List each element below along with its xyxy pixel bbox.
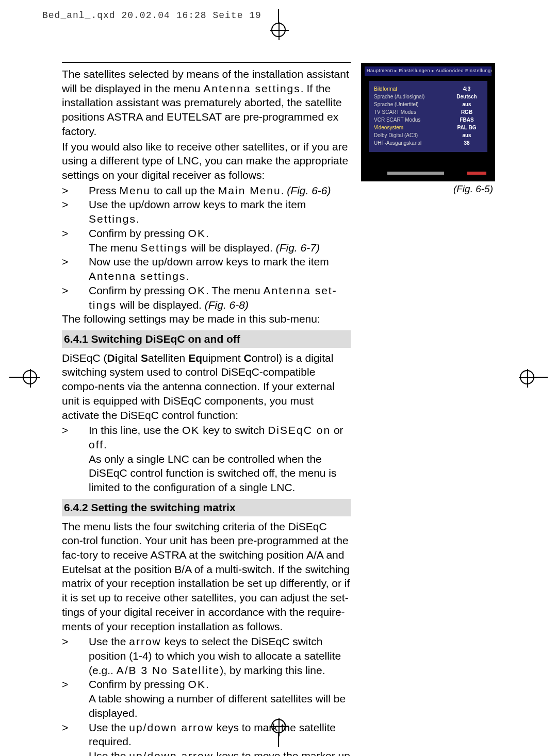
intro-paragraph-1: The satellites selected by means of the … (62, 67, 351, 139)
list-item: > Confirm by pressing OK.A table showing… (62, 677, 351, 720)
list-item: > Now use the up/down arrow keys to mark… (62, 255, 351, 283)
list-item: > Use the arrow keys to select the DiSEq… (62, 634, 351, 677)
list-6-4-2: > Use the arrow keys to select the DiSEq… (62, 634, 351, 756)
paragraph-6-4-2: The menu lists the four switching criter… (62, 519, 351, 634)
osd-row: TV SCART ModusRGB (374, 108, 482, 116)
osd-screenshot: Hauptmenü ▸ Einstellungen ▸ Audio/Video … (361, 63, 495, 181)
heading-6-4-1: 6.4.1 Switching DiSEqC on and off (62, 330, 351, 348)
main-text-column: The satellites selected by means of the … (62, 62, 351, 756)
osd-titlebar: Hauptmenü ▸ Einstellungen ▸ Audio/Video … (365, 66, 492, 76)
outro-1: The following settings may be made in th… (62, 312, 351, 326)
intro-paragraph-2: If you would also like to receive other … (62, 140, 351, 182)
print-header: Bed_anl_.qxd 20.02.04 16:28 Seite 19 (42, 10, 261, 21)
list-item: > Use the up/down arrow keys to mark the… (62, 720, 351, 756)
cropmark-top-icon (271, 9, 286, 40)
osd-row: Bildformat4:3 (374, 85, 482, 93)
list-item: > Use the up/down arrow keys to mark the… (62, 197, 351, 226)
list-item: > Confirm by pressing OK. The menu Anten… (62, 283, 351, 312)
osd-row: Sprache (Untertitel)aus (374, 100, 482, 108)
list-item: > Press Menu to call up the Main Menu. (… (62, 183, 351, 198)
osd-row: UHF-Ausgangskanal38 (374, 139, 482, 147)
list-6-4-1: > In this line, use the OK key to switch… (62, 423, 351, 495)
osd-panel: Bildformat4:3 Sprache (Audiosignal)Deuts… (369, 81, 487, 152)
cropmark-left-icon (9, 370, 40, 384)
osd-row: Dolby Digital (AC3)aus (374, 131, 482, 139)
step-list: > Press Menu to call up the Main Menu. (… (62, 183, 351, 312)
figure-6-5: Hauptmenü ▸ Einstellungen ▸ Audio/Video … (361, 63, 495, 195)
figure-caption: (Fig. 6-5) (361, 183, 495, 195)
list-item: > Confirm by pressing OK.The menu Settin… (62, 226, 351, 255)
list-item: > In this line, use the OK key to switch… (62, 423, 351, 451)
heading-6-4-2: 6.4.2 Setting the switching matrix (62, 499, 351, 516)
osd-row: VCR SCART ModusFBAS (374, 116, 482, 124)
cropmark-right-icon (517, 370, 548, 384)
paragraph-6-4-1: DiSEqC (Digital Satelliten Equipment Con… (62, 351, 351, 423)
list-item: As only a single LNC can be controlled w… (62, 452, 351, 495)
osd-row: VideosystemPAL BG (374, 124, 482, 131)
osd-row: Sprache (Audiosignal)Deutsch (374, 93, 482, 100)
rule-top (62, 62, 351, 63)
osd-footer (367, 171, 489, 176)
